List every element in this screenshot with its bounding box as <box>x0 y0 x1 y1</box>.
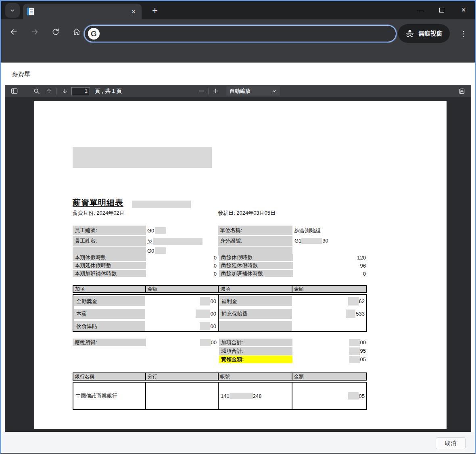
emp-no-label: 員工編號: <box>73 226 146 235</box>
taxable-income-amount: 00 <box>147 339 217 346</box>
zoom-select[interactable]: 自動縮放 <box>226 86 280 96</box>
browser-tab[interactable]: ✕ <box>23 4 142 19</box>
page-title: 薪資單 <box>12 71 30 78</box>
maximize-button[interactable] <box>436 4 447 16</box>
browser-menu-button[interactable]: ⋮ <box>459 27 468 41</box>
table-row: 福利金 62 <box>219 295 366 308</box>
sidebar-toggle-button[interactable] <box>9 86 19 96</box>
incognito-icon <box>405 29 414 38</box>
save-icon[interactable] <box>457 86 467 96</box>
emp-id2-value: G0 <box>147 247 166 254</box>
bank-table-body: 中國信託商業銀行 141248 05 <box>73 382 367 410</box>
table-row: 本薪 00 <box>73 308 218 320</box>
hours-value: 120 <box>317 254 366 261</box>
forward-button[interactable] <box>28 25 42 39</box>
zoom-in-button[interactable] <box>210 86 221 96</box>
pdf-canvas[interactable]: 薪資單明細表 薪資月份: 2024年02月 發薪日: 2024年03月05日 員… <box>5 97 471 432</box>
tab-search-button[interactable] <box>5 3 20 18</box>
cancel-button[interactable]: 取消 <box>436 437 466 449</box>
deduction-item: 福利金 <box>219 296 292 306</box>
zoom-out-button[interactable] <box>196 86 207 96</box>
dialog-footer: 取消 <box>1 433 475 453</box>
page-count-label: 頁，共 1 頁 <box>95 88 121 95</box>
column-header: 金額 <box>292 286 366 292</box>
deduction-amount: 62 <box>348 295 365 308</box>
hours-value: 96 <box>317 262 366 269</box>
add-item: 本薪 <box>74 309 145 319</box>
minimize-button[interactable]: — <box>414 4 426 16</box>
redacted-text <box>200 339 211 346</box>
page-content: 薪資單 <box>1 63 475 453</box>
navigation-toolbar: G 無痕視窗 ⋮ <box>1 19 475 63</box>
tab-strip: ✕ + — ✕ <box>1 1 475 19</box>
unit-value: 綜合測驗組 <box>294 227 321 234</box>
deduction-amount: 533 <box>346 308 365 320</box>
add-item: 全勤獎金 <box>74 296 145 306</box>
page-number-input[interactable] <box>71 87 90 95</box>
redacted-text <box>155 227 166 234</box>
net-pay-amount: 05 <box>317 356 366 363</box>
hours-label: 尚餘加班補休時數 <box>219 270 293 277</box>
incognito-badge: 無痕視窗 <box>398 24 450 43</box>
payslip-title: 薪資單明細表 <box>73 197 123 208</box>
earnings-table-body: 全勤獎金 00 本薪 00 伙食津貼 00 <box>73 294 367 332</box>
add-amount: 00 <box>196 308 216 320</box>
deduction-item <box>219 321 292 331</box>
emp-no-value: G0 <box>147 227 166 234</box>
redacted-text <box>346 310 355 318</box>
back-button[interactable] <box>7 25 21 39</box>
page-up-button[interactable] <box>44 86 54 96</box>
table-row: 全勤獎金 00 <box>73 295 218 308</box>
redacted-text <box>155 247 166 254</box>
search-icon[interactable] <box>31 86 42 96</box>
id-label: 身分證號: <box>218 236 292 246</box>
reload-button[interactable] <box>49 25 63 39</box>
hours-value: 0 <box>147 270 217 277</box>
column-header: 金額 <box>146 286 219 292</box>
redacted-text <box>200 322 210 331</box>
deductions-total-label: 減項合計: <box>219 347 292 355</box>
net-pay-label: 實領金額: <box>219 356 292 363</box>
tab-close-icon[interactable]: ✕ <box>129 8 138 16</box>
unit-label: 單位名稱: <box>218 226 292 235</box>
column-header: 帳號 <box>219 373 292 380</box>
redacted-text <box>349 347 360 355</box>
close-button[interactable]: ✕ <box>458 4 469 16</box>
hours-value: 0 <box>317 270 366 277</box>
bank-table-header: 銀行名稱 分行 帳號 金額 <box>73 372 367 381</box>
additions-total-amount: 00 <box>317 339 366 346</box>
hours-label: 本期加班補休時數 <box>73 270 146 277</box>
add-amount: 00 <box>200 295 216 308</box>
hours-label: 尚餘休假時數 <box>219 254 293 261</box>
browser-chrome: ✕ + — ✕ <box>1 1 475 63</box>
pay-date: 發薪日: 2024年03月05日 <box>218 209 276 217</box>
add-item: 伙食津貼 <box>74 321 145 331</box>
column-header: 銀行名稱 <box>73 373 146 380</box>
column-header: 分行 <box>146 373 219 380</box>
redacted-text <box>349 356 360 363</box>
window-controls: — ✕ <box>414 4 469 16</box>
redacted-text <box>230 393 253 399</box>
pdf-toolbar: 頁，共 1 頁 自動縮放 <box>5 85 471 97</box>
add-amount: 00 <box>200 320 216 333</box>
redacted-company-header <box>73 147 212 168</box>
address-bar[interactable]: G <box>84 25 397 42</box>
page-down-button[interactable] <box>59 86 70 96</box>
table-row <box>219 320 366 333</box>
deductions-total-amount: 95 <box>317 347 366 355</box>
redacted-text <box>196 310 210 318</box>
hours-label: 尚餘延休假時數 <box>219 262 293 269</box>
google-logo-icon: G <box>88 28 100 40</box>
bank-name: 中國信託商業銀行 <box>73 383 146 409</box>
column-header: 加項 <box>73 286 146 292</box>
redacted-text <box>348 392 359 400</box>
bank-amount-cell: 05 <box>292 383 366 409</box>
incognito-label: 無痕視窗 <box>418 30 443 38</box>
new-tab-button[interactable]: + <box>149 4 161 17</box>
hours-value: 0 <box>147 262 217 269</box>
chevron-down-icon <box>10 8 15 13</box>
bank-branch <box>146 383 219 409</box>
salary-month: 薪資月份: 2024年02月 <box>73 209 125 217</box>
earnings-table-header: 加項 金額 減項 金額 <box>73 285 367 293</box>
home-button[interactable] <box>70 25 84 39</box>
